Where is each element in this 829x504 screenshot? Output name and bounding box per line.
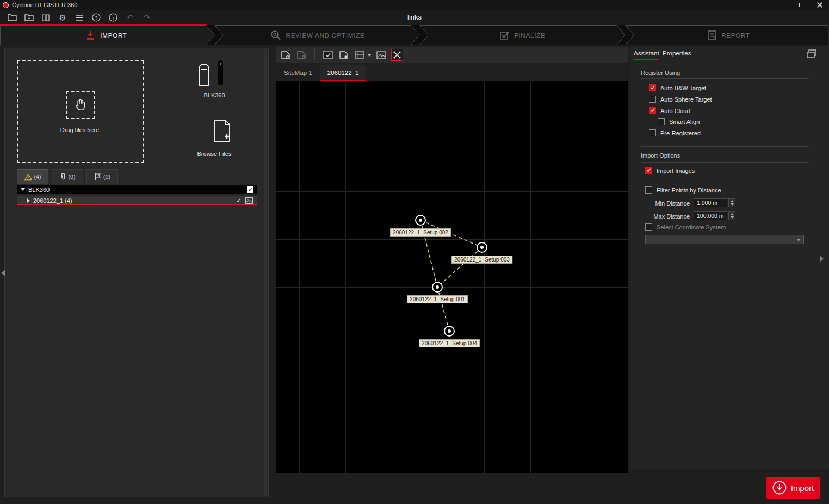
image-check-icon[interactable] <box>322 49 334 61</box>
option-pre-registered[interactable]: Pre-Registered <box>649 129 701 136</box>
tree-child-image-button[interactable] <box>245 197 253 204</box>
warnings-tab[interactable]: (4) <box>17 169 48 184</box>
import-images-checkbox[interactable] <box>645 167 652 174</box>
blk360-device-label: BLK360 <box>184 92 244 98</box>
option-filter-points[interactable]: Filter Points by Distance <box>645 186 721 194</box>
min-distance-spinner[interactable] <box>728 198 735 207</box>
option-auto-sphere-target[interactable]: Auto Sphere Target <box>649 96 712 103</box>
report-icon <box>707 30 717 41</box>
flags-tab[interactable]: (0) <box>86 169 118 184</box>
tab-assistant[interactable]: Assistant <box>634 50 659 60</box>
create-link-icon[interactable] <box>280 49 292 61</box>
collapse-left-panel-icon[interactable] <box>1 270 5 276</box>
info-icon[interactable]: i <box>108 13 118 22</box>
grid-settings-caret[interactable] <box>367 54 372 57</box>
attachments-tab[interactable]: (0) <box>52 169 83 184</box>
settings-gear-icon[interactable]: ⚙ <box>58 13 67 22</box>
filter-points-checkbox[interactable] <box>645 186 652 194</box>
option-auto-cloud[interactable]: Auto Cloud <box>649 107 690 114</box>
option-select-coordinate-system[interactable]: Select Coordinate System <box>645 223 726 231</box>
file-dropzone[interactable]: Drag files here. <box>17 60 144 163</box>
import-button-icon <box>772 481 787 495</box>
setup-node[interactable] <box>415 215 426 226</box>
tree-row-blk360[interactable]: BLK360 <box>17 185 257 194</box>
tree-row-2060122-1[interactable]: 2060122_1 (4) ✓ <box>17 196 257 205</box>
tab-review-and-optimize[interactable]: REVIEW AND OPTIMIZE <box>218 25 417 45</box>
setup-label[interactable]: 2060122_1- Setup 004 <box>419 339 480 347</box>
grid-settings-icon[interactable] <box>354 49 366 61</box>
app-window: Cyclone REGISTER 360 ⚙ ? i ↶ ↷ links <box>0 0 829 504</box>
spin-up-icon[interactable] <box>731 200 734 202</box>
tree-parent-label: BLK360 <box>28 186 50 193</box>
collapse-right-panel-icon[interactable] <box>820 256 824 262</box>
window-controls <box>774 0 829 10</box>
tree-child-check-icon[interactable]: ✓ <box>236 197 242 204</box>
warnings-count: (4) <box>34 173 41 180</box>
max-distance-input[interactable]: 100.000 m <box>694 211 727 220</box>
maximize-button[interactable] <box>792 0 811 10</box>
max-distance-spinner[interactable] <box>728 211 735 220</box>
sitemap-canvas[interactable]: 2060122_1- Setup 0022060122_1- Setup 003… <box>276 82 628 473</box>
remove-link-icon[interactable] <box>295 49 307 61</box>
tree-parent-checkbox[interactable] <box>247 186 253 193</box>
coordinate-system-dropdown[interactable] <box>645 235 804 244</box>
min-distance-input[interactable]: 1.000 m <box>694 198 727 207</box>
left-panel-scrollbar[interactable] <box>264 49 267 496</box>
open-project-icon[interactable] <box>7 13 17 22</box>
tab-finalize[interactable]: FINALIZE <box>423 25 622 45</box>
setup-node[interactable] <box>477 242 487 253</box>
spin-up-icon[interactable] <box>731 213 734 215</box>
auto-sphere-target-checkbox[interactable] <box>649 96 656 103</box>
auto-bw-target-checkbox[interactable] <box>649 84 656 91</box>
show-links-icon[interactable] <box>391 49 403 61</box>
coordinate-system-checkbox[interactable] <box>645 223 652 231</box>
dropdown-caret-icon <box>796 239 801 241</box>
expand-panel-icon[interactable] <box>806 49 817 59</box>
setup-label[interactable]: 2060122_1- Setup 001 <box>407 295 468 303</box>
spin-down-icon[interactable] <box>731 203 734 206</box>
tab-import[interactable]: IMPORT <box>0 25 212 45</box>
flags-count: (0) <box>103 173 110 180</box>
smart-align-checkbox[interactable] <box>658 118 665 125</box>
setup-node[interactable] <box>432 282 443 293</box>
report-list-icon[interactable] <box>75 13 84 22</box>
tab-properties-label: Properties <box>663 50 691 57</box>
setup-node[interactable] <box>444 326 455 337</box>
option-smart-align[interactable]: Smart Align <box>658 118 700 125</box>
tree-child-label: 2060122_1 (4) <box>33 197 72 204</box>
attachment-icon <box>60 173 66 181</box>
setup-label[interactable]: 2060122_1- Setup 003 <box>451 256 512 264</box>
spin-down-icon[interactable] <box>731 216 734 219</box>
save-project-icon[interactable] <box>24 13 34 22</box>
tab-sitemap-1[interactable]: SiteMap 1 <box>276 65 320 81</box>
import-icon <box>85 30 96 41</box>
collapse-arrow-icon[interactable] <box>21 188 25 191</box>
minimize-button[interactable] <box>774 0 792 10</box>
tab-report[interactable]: REPORT <box>628 25 829 45</box>
drag-hand-icon <box>66 91 95 119</box>
option-import-images[interactable]: Import Images <box>645 167 695 174</box>
max-distance-label: Max Distance <box>651 213 690 220</box>
auto-cloud-checkbox[interactable] <box>649 107 656 114</box>
tab-2060122-1[interactable]: 2060122_1 <box>320 65 367 81</box>
expand-arrow-icon[interactable] <box>27 198 30 203</box>
pre-registered-checkbox[interactable] <box>649 129 656 136</box>
minimize-icon <box>781 5 785 5</box>
option-auto-bw-target[interactable]: Auto B&W Target <box>649 84 706 91</box>
help-icon[interactable]: ? <box>91 13 101 22</box>
library-icon[interactable] <box>41 13 51 22</box>
undo-icon[interactable]: ↶ <box>125 13 135 22</box>
import-button[interactable]: Import <box>766 477 820 499</box>
close-button[interactable] <box>811 0 829 10</box>
browse-files-button[interactable]: Browse Files <box>184 119 244 145</box>
left-panel: Drag files here. BLK360 Browse Files (4)… <box>4 48 269 497</box>
warning-icon <box>24 173 32 181</box>
tab-properties[interactable]: Properties <box>663 50 691 59</box>
pre-registered-label: Pre-Registered <box>660 130 701 136</box>
redo-icon[interactable]: ↷ <box>142 13 152 22</box>
setup-markers-icon[interactable] <box>338 49 350 61</box>
attachments-count: (0) <box>69 173 76 180</box>
thumbnails-icon[interactable] <box>375 49 387 61</box>
links-layer <box>276 82 628 473</box>
setup-label[interactable]: 2060122_1- Setup 002 <box>390 228 451 237</box>
